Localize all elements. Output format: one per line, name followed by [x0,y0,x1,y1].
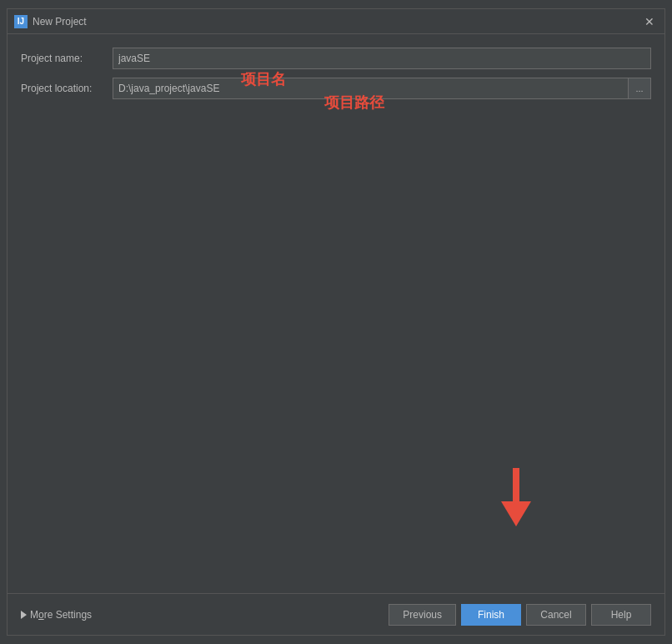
dialog-title: New Project [33,16,87,28]
arrow-indicator [501,468,531,526]
more-settings-label: More Settings [30,609,92,621]
more-settings-section: More Settings [21,609,92,621]
finish-button[interactable]: Finish [461,604,521,626]
new-project-dialog: IJ New Project ✕ Project name: Project l… [7,8,665,636]
more-settings-toggle[interactable]: More Settings [30,609,92,621]
project-location-input-group: ... [113,78,651,99]
arrow-head [501,501,531,526]
title-bar-left: IJ New Project [14,15,87,28]
expand-icon [21,611,27,619]
dialog-content: Project name: Project location: ... 项目名 … [8,34,664,593]
cancel-button[interactable]: Cancel [526,604,586,626]
project-location-row: Project location: ... [21,78,651,99]
project-name-label: Project name: [21,53,113,64]
arrow-shaft [513,468,519,501]
project-name-row: Project name: [21,48,651,69]
app-icon: IJ [14,15,28,28]
help-button[interactable]: Help [591,604,651,626]
close-button[interactable]: ✕ [641,13,658,30]
project-location-input[interactable] [113,78,628,99]
project-name-input[interactable] [113,48,651,69]
project-location-label: Project location: [21,83,113,94]
title-bar: IJ New Project ✕ [8,9,664,34]
previous-button[interactable]: Previous [389,604,456,626]
dialog-buttons: Previous Finish Cancel Help [389,604,651,626]
dialog-footer: More Settings Previous Finish Cancel Hel… [8,593,664,635]
browse-button[interactable]: ... [628,78,651,99]
